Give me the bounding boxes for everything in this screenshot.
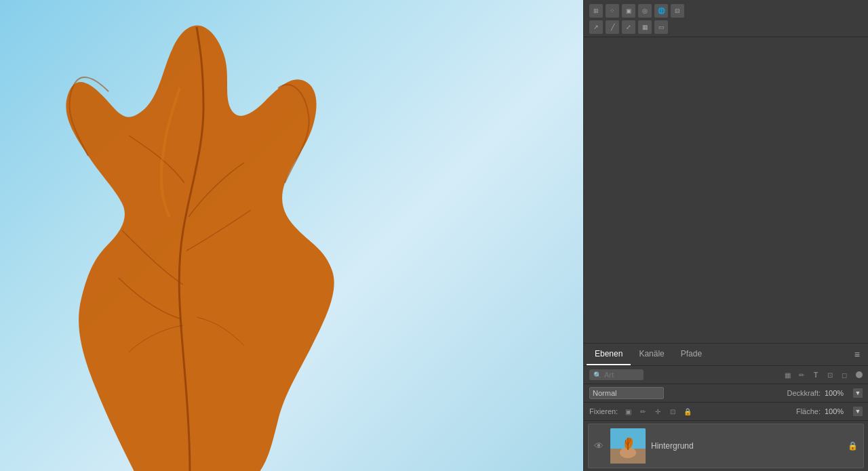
canvas-image: [0, 0, 583, 471]
right-panel: ⊞ ⁘ ▣ ◎ 🌐 ⊟ ↗ ╱ ⤢ ▦ ▭ Ebenen Kanäle Pfad…: [583, 0, 868, 471]
lock-lock-icon[interactable]: 🔒: [682, 405, 694, 417]
table-icon[interactable]: ⊟: [671, 4, 684, 18]
image-icon[interactable]: ▦: [638, 20, 652, 34]
arrow-icon[interactable]: ⤢: [622, 20, 635, 34]
line-icon[interactable]: ╱: [606, 20, 619, 34]
layer-visibility-icon[interactable]: 👁: [594, 441, 605, 451]
toolbar-row-1: ⊞ ⁘ ▣ ◎ 🌐 ⊟: [589, 4, 863, 18]
tab-ebenen[interactable]: Ebenen: [587, 344, 631, 365]
filter-transform-icon[interactable]: ⊡: [824, 369, 836, 381]
blend-row: Normal Multiplizieren Bildschirm Überlag…: [584, 384, 868, 403]
lock-move-icon[interactable]: ✛: [652, 405, 664, 417]
fixieren-label: Fixieren:: [589, 407, 618, 415]
search-input[interactable]: [604, 371, 638, 379]
square-icon[interactable]: ▣: [622, 4, 635, 18]
opacity-stepper[interactable]: ▼: [853, 388, 863, 398]
tab-kanaele[interactable]: Kanäle: [631, 344, 672, 365]
layers-list: 👁 Hintergrund �: [584, 424, 868, 468]
layer-item[interactable]: 👁 Hintergrund �: [588, 424, 864, 468]
thumbnail-svg: [610, 428, 646, 464]
fill-stepper[interactable]: ▼: [853, 407, 863, 416]
opacity-value: 100%: [825, 389, 849, 397]
panel-spacer: [584, 37, 868, 343]
tab-pfade[interactable]: Pfade: [673, 344, 710, 365]
lock-transform-icon[interactable]: ⊡: [667, 405, 679, 417]
filter-layer-icon[interactable]: ◻: [838, 369, 850, 381]
leaf-illustration: [0, 0, 583, 471]
dots-icon[interactable]: ⁘: [606, 4, 619, 18]
globe-icon[interactable]: 🌐: [654, 4, 668, 18]
dot-indicator: [856, 371, 863, 378]
filter-row: 🔍 ▦ ✏ T ⊡ ◻: [584, 366, 868, 384]
lock-icons: ▣ ✏ ✛ ⊡ 🔒: [622, 405, 694, 417]
filter-image-icon[interactable]: ▦: [781, 369, 793, 381]
blend-mode-select[interactable]: Normal Multiplizieren Bildschirm Überlag…: [589, 387, 664, 399]
layer-name: Hintergrund: [651, 441, 842, 451]
circle-icon[interactable]: ◎: [638, 4, 652, 18]
layer-lock-icon[interactable]: 🔒: [848, 441, 858, 451]
top-toolbar: ⊞ ⁘ ▣ ◎ 🌐 ⊟ ↗ ╱ ⤢ ▦ ▭: [584, 0, 868, 37]
canvas-area: [0, 0, 583, 471]
toolbar-row-2: ↗ ╱ ⤢ ▦ ▭: [589, 20, 863, 34]
search-box[interactable]: 🔍: [589, 369, 644, 380]
layer-thumbnail: [610, 428, 646, 464]
fill-value: 100%: [825, 407, 849, 415]
layers-panel: Ebenen Kanäle Pfade ≡ 🔍 ▦ ✏ T ⊡ ◻ Normal: [584, 343, 868, 471]
fill-label: Fläche:: [796, 407, 821, 415]
opacity-label: Deckkraft:: [787, 389, 821, 397]
tabs-bar: Ebenen Kanäle Pfade ≡: [584, 344, 868, 366]
search-icon: 🔍: [593, 371, 601, 379]
lock-row: Fixieren: ▣ ✏ ✛ ⊡ 🔒 Fläche: 100% ▼: [584, 403, 868, 421]
filter-type-icon[interactable]: T: [810, 369, 822, 381]
filter-icons: ▦ ✏ T ⊡ ◻: [781, 369, 850, 381]
grid-icon[interactable]: ⊞: [589, 4, 603, 18]
lock-checkerboard-icon[interactable]: ▣: [622, 405, 634, 417]
lock-brush-icon[interactable]: ✏: [637, 405, 649, 417]
curve-icon[interactable]: ↗: [589, 20, 603, 34]
tabs-menu-icon[interactable]: ≡: [849, 346, 865, 363]
filter-brush-icon[interactable]: ✏: [795, 369, 808, 381]
rect-icon[interactable]: ▭: [654, 20, 668, 34]
